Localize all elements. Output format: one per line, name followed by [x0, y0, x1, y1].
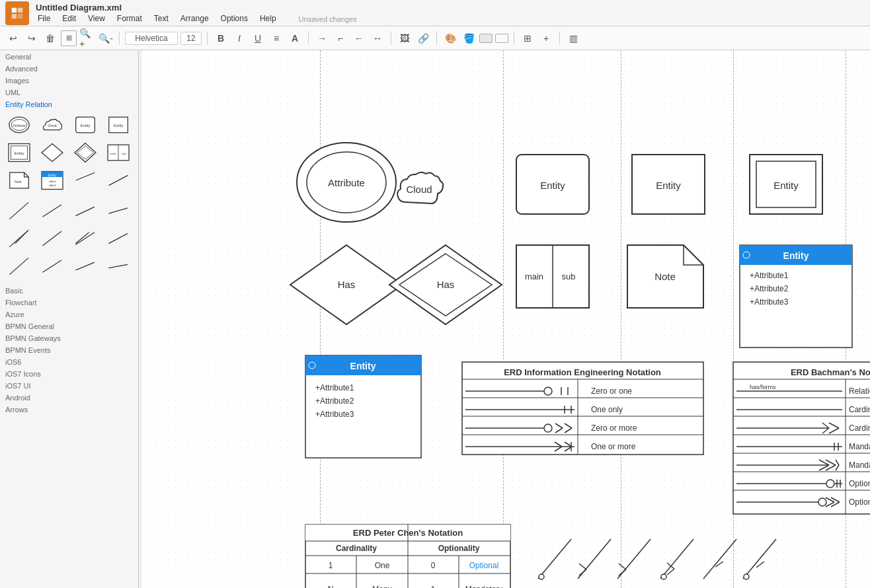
menu-text[interactable]: Text — [152, 13, 171, 24]
svg-text:main: main — [110, 152, 116, 155]
paint-bucket-button[interactable]: 🪣 — [461, 30, 477, 46]
sidebar-bpmn-events-title[interactable]: BPMN Events — [0, 344, 138, 355]
menu-help[interactable]: Help — [258, 13, 278, 24]
svg-text:Entity: Entity — [350, 361, 376, 371]
shape-note[interactable]: Note — [5, 168, 33, 193]
arrow-right-button[interactable]: → — [314, 30, 330, 46]
sidebar-basic-title[interactable]: Basic — [0, 284, 138, 296]
shape-entity-rounded[interactable]: Entity — [71, 112, 99, 137]
main-area: General Advanced Images UML Entity Relat… — [0, 50, 870, 588]
shape-entity-square[interactable]: Entity — [104, 112, 132, 137]
sidebar-ios7-ui-title[interactable]: iOS7 UI — [0, 379, 138, 391]
svg-text:Optional, Many: Optional, Many — [849, 497, 870, 507]
shape-border-button[interactable] — [495, 34, 508, 43]
menu-format[interactable]: Format — [115, 13, 144, 24]
fit-page-button[interactable]: ⊞ — [61, 30, 77, 46]
shape-diag-line10[interactable] — [38, 254, 66, 279]
sidebar-ios7-icons-title[interactable]: iOS7 Icons — [0, 367, 138, 379]
sidebar-bpmn-gateways-title[interactable]: BPMN Gateways — [0, 332, 138, 344]
shape-diag-line2[interactable] — [38, 198, 66, 223]
top-bar: Untitled Diagram.xml File Edit View Form… — [0, 0, 870, 26]
italic-button[interactable]: I — [231, 30, 247, 46]
menu-options[interactable]: Options — [219, 13, 250, 24]
zoom-in-button[interactable]: 🔍+ — [79, 30, 95, 46]
undo-button[interactable]: ↩ — [5, 30, 21, 46]
shape-diag-line7[interactable] — [71, 226, 99, 251]
align-button[interactable]: ≡ — [268, 30, 284, 46]
shape-attribute[interactable]: Attribute — [5, 112, 33, 137]
shape-cloud[interactable]: Cloud — [38, 112, 66, 137]
svg-text:Optional, One: Optional, One — [849, 479, 870, 488]
toolbar: ↩ ↪ 🗑 ⊞ 🔍+ 🔍- Helvetica 12 B I U ≡ A → ⌐… — [0, 26, 870, 50]
shape-entity-double[interactable]: Entity — [5, 140, 33, 165]
sidebar-bpmn-general-title[interactable]: BPMN General — [0, 320, 138, 332]
sidebar-entity-relation-title: Entity Relation — [0, 98, 138, 110]
arrow-both-button[interactable]: ↔ — [370, 30, 385, 46]
shape-diag-line9[interactable] — [5, 254, 33, 279]
canvas[interactable]: Attribute Cloud Entity Entity Entity Has — [141, 50, 870, 588]
sidebar-general-title[interactable]: General — [0, 50, 138, 62]
delete-button[interactable]: 🗑 — [42, 30, 58, 46]
svg-text:Entity: Entity — [81, 124, 91, 128]
shape-entity-blue[interactable]: Entity +Attr1 +Attr2 — [38, 168, 66, 193]
fill-color-button[interactable]: 🎨 — [442, 30, 458, 46]
svg-text:Entity: Entity — [15, 151, 24, 155]
connector-group — [538, 539, 776, 588]
shape-split[interactable]: main sub — [104, 140, 132, 165]
menu-view[interactable]: View — [86, 13, 107, 24]
menu-arrange[interactable]: Arrange — [178, 13, 211, 24]
svg-line-36 — [43, 231, 62, 246]
sidebar-images-title[interactable]: Images — [0, 74, 138, 86]
shape-diag-line6[interactable] — [38, 226, 66, 251]
menu-edit[interactable]: Edit — [60, 13, 78, 24]
svg-text:Cardinality (One): Cardinality (One) — [849, 405, 870, 414]
sidebar-android-title[interactable]: Android — [0, 391, 138, 403]
diagram-svg: Attribute Cloud Entity Entity Entity Has — [141, 50, 870, 588]
svg-line-35 — [15, 230, 28, 243]
svg-text:main: main — [525, 272, 543, 281]
shape-diag-line4[interactable] — [104, 198, 132, 223]
add-button[interactable]: + — [538, 30, 554, 46]
zoom-out-button[interactable]: 🔍- — [98, 30, 114, 46]
shape-diag-line11[interactable] — [71, 254, 99, 279]
shape-diag-line8[interactable] — [104, 226, 132, 251]
svg-text:Note: Note — [654, 271, 676, 282]
link-button[interactable]: 🔗 — [415, 30, 431, 46]
underline-button[interactable]: U — [250, 30, 266, 46]
sidebar-flowchart-title[interactable]: Flowchart — [0, 296, 138, 308]
font-selector[interactable]: Helvetica — [125, 32, 178, 45]
sidebar-azure-title[interactable]: Azure — [0, 308, 138, 320]
shape-diag-line5[interactable] — [5, 226, 33, 251]
shape-diag-line3[interactable] — [71, 198, 99, 223]
menu-file[interactable]: File — [36, 13, 52, 24]
arrow-left-button[interactable]: ← — [351, 30, 367, 46]
svg-line-38 — [76, 233, 89, 244]
svg-line-183 — [660, 539, 693, 579]
svg-line-32 — [76, 207, 95, 215]
sidebar-arrows-title[interactable]: Arrows — [0, 403, 138, 415]
font-size-input[interactable]: 12 — [180, 32, 202, 45]
svg-rect-3 — [18, 13, 22, 18]
canvas-inner: Attribute Cloud Entity Entity Entity Has — [141, 50, 870, 588]
sidebar-advanced-title[interactable]: Advanced — [0, 62, 138, 74]
panel-button[interactable]: ▥ — [565, 30, 581, 46]
grid-button[interactable]: ⊞ — [520, 30, 535, 46]
shape-diamond-double[interactable] — [71, 140, 99, 165]
image-button[interactable]: 🖼 — [397, 30, 413, 46]
bold-button[interactable]: B — [213, 30, 229, 46]
shape-fill-button[interactable] — [479, 34, 493, 43]
shape-diag-line12[interactable] — [104, 254, 132, 279]
shape-line2[interactable] — [104, 168, 132, 193]
shape-diag-line1[interactable] — [5, 198, 33, 223]
sidebar-ios6-title[interactable]: iOS6 — [0, 355, 138, 367]
font-color-button[interactable]: A — [287, 30, 303, 46]
sidebar-uml-title[interactable]: UML — [0, 86, 138, 98]
svg-text:+Attr1: +Attr1 — [48, 180, 56, 183]
sep5 — [436, 32, 437, 45]
svg-point-149 — [818, 498, 826, 506]
shape-line[interactable] — [71, 168, 99, 193]
elbow-button[interactable]: ⌐ — [333, 30, 348, 46]
shape-diamond[interactable] — [38, 140, 66, 165]
svg-line-181 — [619, 570, 626, 575]
redo-button[interactable]: ↪ — [24, 30, 40, 46]
